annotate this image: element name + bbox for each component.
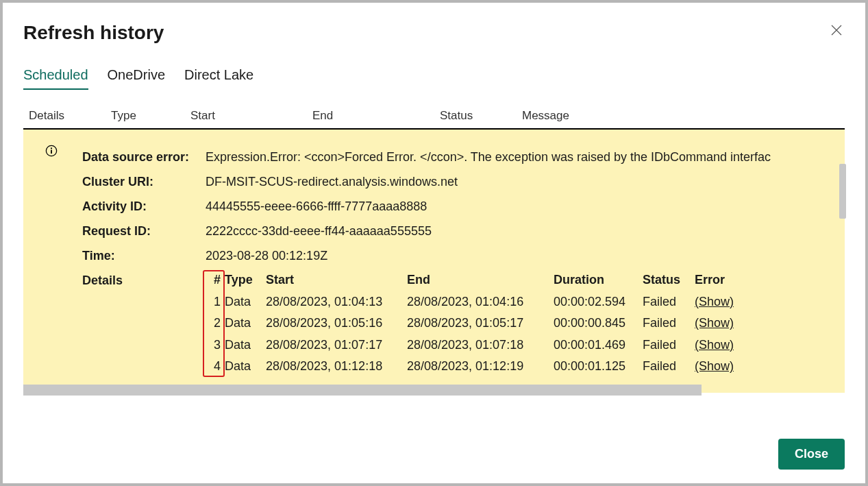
close-icon[interactable] xyxy=(828,22,845,40)
details-row: 2 Data 28/08/2023, 01:05:16 28/08/2023, … xyxy=(206,313,749,335)
label-data-source-error: Data source error: xyxy=(82,145,206,169)
col-details: Details xyxy=(29,109,111,123)
show-error-link[interactable]: (Show) xyxy=(695,291,749,313)
dr-status: Failed xyxy=(643,356,695,378)
dialog-title: Refresh history xyxy=(23,22,164,44)
details-row: 4 Data 28/08/2023, 01:12:18 28/08/2023, … xyxy=(206,356,749,378)
tabs: Scheduled OneDrive Direct Lake xyxy=(23,67,845,90)
label-time: Time: xyxy=(82,243,206,268)
value-request-id: 2222cccc-33dd-eeee-ff44-aaaaaa555555 xyxy=(206,219,432,243)
dr-status: Failed xyxy=(643,313,695,335)
value-time: 2023-08-28 00:12:19Z xyxy=(206,243,327,268)
dr-duration: 00:00:01.469 xyxy=(554,335,643,356)
value-data-source-error: Expression.Error: <ccon>Forced Error. </… xyxy=(206,145,771,169)
dr-start: 28/08/2023, 01:12:18 xyxy=(266,356,407,378)
refresh-history-dialog: Refresh history Scheduled OneDrive Direc… xyxy=(3,3,865,483)
dr-type: Data xyxy=(225,335,266,356)
dr-num: 2 xyxy=(206,313,225,335)
dr-duration: 00:00:01.125 xyxy=(554,356,643,378)
column-headers: Details Type Start End Status Message xyxy=(23,109,845,130)
col-status: Status xyxy=(440,109,522,123)
tab-onedrive[interactable]: OneDrive xyxy=(108,67,165,90)
tab-directlake[interactable]: Direct Lake xyxy=(184,67,253,90)
dh-type: Type xyxy=(225,269,266,291)
details-table: # Type Start End Duration Status Error 1… xyxy=(206,269,749,378)
dr-num: 4 xyxy=(206,356,225,378)
svg-rect-2 xyxy=(51,150,52,154)
vertical-scrollbar[interactable] xyxy=(839,164,846,219)
dr-start: 28/08/2023, 01:04:13 xyxy=(266,291,407,313)
dr-num: 1 xyxy=(206,291,225,313)
svg-point-1 xyxy=(51,147,52,149)
dr-end: 28/08/2023, 01:04:16 xyxy=(407,291,554,313)
dr-type: Data xyxy=(225,291,266,313)
value-activity-id: 44445555-eeee-6666-ffff-7777aaaa8888 xyxy=(206,194,427,219)
dr-end: 28/08/2023, 01:05:17 xyxy=(407,313,554,335)
error-panel: Data source error: Expression.Error: <cc… xyxy=(23,130,845,393)
close-button[interactable]: Close xyxy=(778,439,845,470)
details-header-row: # Type Start End Duration Status Error xyxy=(206,269,749,291)
details-row: 1 Data 28/08/2023, 01:04:13 28/08/2023, … xyxy=(206,291,749,313)
col-end: End xyxy=(312,109,440,123)
label-activity-id: Activity ID: xyxy=(82,194,206,219)
label-details: Details xyxy=(82,268,206,378)
dialog-header: Refresh history xyxy=(23,22,845,44)
show-error-link[interactable]: (Show) xyxy=(695,313,749,335)
label-cluster-uri: Cluster URI: xyxy=(82,169,206,194)
value-cluster-uri: DF-MSIT-SCUS-redirect.analysis.windows.n… xyxy=(206,169,458,194)
dh-end: End xyxy=(407,269,554,291)
details-row: 3 Data 28/08/2023, 01:07:17 28/08/2023, … xyxy=(206,335,749,356)
dr-type: Data xyxy=(225,313,266,335)
dr-type: Data xyxy=(225,356,266,378)
dr-status: Failed xyxy=(643,291,695,313)
dh-duration: Duration xyxy=(554,269,643,291)
dh-error: Error xyxy=(695,269,749,291)
dr-duration: 00:00:00.845 xyxy=(554,313,643,335)
dr-duration: 00:00:02.594 xyxy=(554,291,643,313)
dialog-footer: Close xyxy=(778,439,845,470)
info-icon xyxy=(45,145,58,157)
content-area: Data source error: Expression.Error: <cc… xyxy=(23,130,845,393)
label-request-id: Request ID: xyxy=(82,219,206,243)
dh-num: # xyxy=(206,269,225,291)
horizontal-scrollbar[interactable] xyxy=(23,385,702,396)
dr-num: 3 xyxy=(206,335,225,356)
tab-scheduled[interactable]: Scheduled xyxy=(23,67,88,90)
dr-end: 28/08/2023, 01:12:19 xyxy=(407,356,554,378)
dr-status: Failed xyxy=(643,335,695,356)
dr-end: 28/08/2023, 01:07:18 xyxy=(407,335,554,356)
show-error-link[interactable]: (Show) xyxy=(695,356,749,378)
col-type: Type xyxy=(111,109,190,123)
dh-start: Start xyxy=(266,269,407,291)
col-start: Start xyxy=(190,109,312,123)
show-error-link[interactable]: (Show) xyxy=(695,335,749,356)
dr-start: 28/08/2023, 01:07:17 xyxy=(266,335,407,356)
col-message: Message xyxy=(522,109,839,123)
dr-start: 28/08/2023, 01:05:16 xyxy=(266,313,407,335)
dh-status: Status xyxy=(643,269,695,291)
